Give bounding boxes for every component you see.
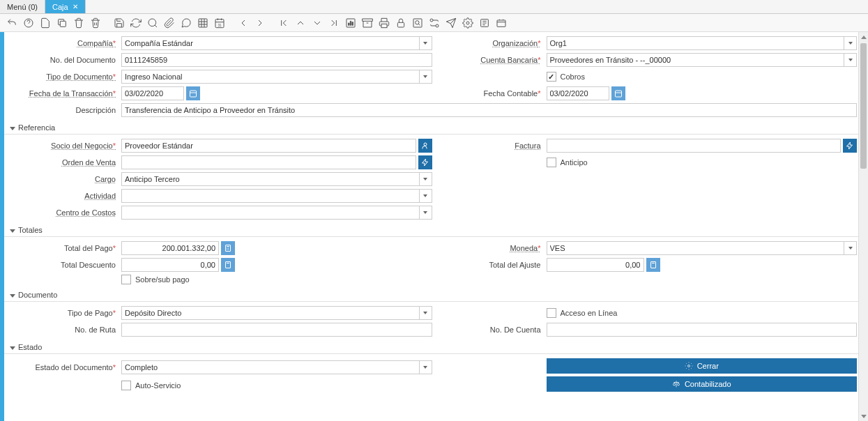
label-anticipo: Anticipo <box>561 158 588 167</box>
scroll-thumb[interactable] <box>860 43 867 169</box>
help-icon[interactable] <box>21 15 36 31</box>
input-cargo[interactable] <box>121 172 420 186</box>
lookup-socio-negocio[interactable] <box>418 139 432 153</box>
dropdown-tipo-pago[interactable] <box>420 306 432 320</box>
scroll-up-icon[interactable] <box>859 32 868 42</box>
lookup-factura[interactable] <box>843 139 857 153</box>
label-organizacion: Organización* <box>438 39 547 47</box>
copy-icon[interactable] <box>54 15 70 31</box>
checkbox-cobros[interactable] <box>547 72 556 82</box>
label-cuenta-bancaria: Cuenta Bancaria* <box>438 56 547 64</box>
label-factura: Factura <box>438 141 547 150</box>
dropdown-compania[interactable] <box>420 36 432 50</box>
scrollbar[interactable] <box>858 32 868 421</box>
input-total-pago[interactable] <box>121 241 219 255</box>
save-icon[interactable] <box>112 15 127 31</box>
label-no-cuenta: No. De Cuenta <box>438 326 547 334</box>
input-descripcion[interactable] <box>121 103 857 117</box>
input-no-ruta[interactable] <box>121 323 432 337</box>
section-documento[interactable]: Documento <box>4 289 865 302</box>
button-contabilizado[interactable]: Contabilizado <box>547 376 858 392</box>
label-no-documento: No. del Documento <box>13 56 121 64</box>
calc-total-descuento[interactable] <box>221 258 235 272</box>
first-icon[interactable] <box>276 15 291 31</box>
undo-icon[interactable] <box>4 15 20 31</box>
lookup-orden-venta[interactable] <box>418 155 432 169</box>
svg-point-11 <box>430 19 433 22</box>
delete-2-icon[interactable] <box>88 15 103 31</box>
label-no-ruta: No. de Ruta <box>13 326 121 334</box>
next-icon[interactable] <box>252 15 268 31</box>
svg-rect-20 <box>226 262 231 268</box>
chat-icon[interactable] <box>178 15 194 31</box>
down-icon[interactable] <box>310 15 325 31</box>
input-cuenta-bancaria[interactable] <box>547 53 845 67</box>
checkbox-auto-servicio[interactable] <box>121 381 131 390</box>
scroll-down-icon[interactable] <box>859 411 868 421</box>
button-cerrar[interactable]: Cerrar <box>547 358 858 374</box>
checkbox-anticipo[interactable] <box>547 158 556 167</box>
delete-icon[interactable] <box>71 15 86 31</box>
prev-icon[interactable] <box>236 15 251 31</box>
input-fecha-transaccion[interactable] <box>121 86 184 100</box>
dropdown-centro-costos[interactable] <box>420 206 432 220</box>
input-socio-negocio[interactable] <box>121 139 416 153</box>
dropdown-moneda[interactable] <box>844 241 857 255</box>
calendar-icon[interactable]: 31 <box>212 15 227 31</box>
calc-total-pago[interactable] <box>221 241 235 255</box>
checkbox-sobre-sub[interactable] <box>121 275 131 284</box>
last-icon[interactable] <box>326 15 342 31</box>
report-icon[interactable] <box>343 15 358 31</box>
archive-icon[interactable] <box>360 15 375 31</box>
input-no-documento[interactable] <box>121 53 432 67</box>
calendar-btn-contable[interactable] <box>611 86 625 100</box>
label-cargo: Cargo <box>13 175 121 183</box>
calendar-btn-transaccion[interactable] <box>186 86 200 100</box>
section-referencia[interactable]: Referencia <box>4 121 865 135</box>
process-icon[interactable] <box>427 15 442 31</box>
tab-menu[interactable]: Menú (0) <box>0 0 45 13</box>
input-organizacion[interactable] <box>547 36 845 50</box>
settings-icon[interactable] <box>460 15 475 31</box>
checkbox-acceso-linea[interactable] <box>547 308 556 318</box>
tab-caja[interactable]: Caja ✕ <box>45 0 86 13</box>
input-moneda[interactable] <box>547 241 845 255</box>
up-icon[interactable] <box>293 15 308 31</box>
input-tipo-pago[interactable] <box>121 306 420 320</box>
section-estado[interactable]: Estado <box>4 341 865 354</box>
dropdown-estado-doc[interactable] <box>420 360 432 374</box>
input-estado-doc[interactable] <box>121 360 420 374</box>
print-icon[interactable] <box>376 15 392 31</box>
new-icon[interactable] <box>38 15 53 31</box>
send-icon[interactable] <box>443 15 459 31</box>
info-icon[interactable] <box>477 15 492 31</box>
dropdown-actividad[interactable] <box>420 189 432 203</box>
input-tipo-documento[interactable] <box>121 70 420 84</box>
input-no-cuenta[interactable] <box>547 323 858 337</box>
input-actividad[interactable] <box>121 189 420 203</box>
svg-rect-7 <box>381 24 387 27</box>
svg-rect-3 <box>199 19 207 27</box>
attachment-icon[interactable] <box>162 15 177 31</box>
input-total-descuento[interactable] <box>121 258 219 272</box>
input-total-ajuste[interactable] <box>547 258 644 272</box>
input-fecha-contable[interactable] <box>547 86 609 100</box>
input-factura[interactable] <box>547 139 842 153</box>
section-totales[interactable]: Totales <box>4 224 865 237</box>
label-estado-doc: Estado del Documento* <box>13 363 121 372</box>
input-compania[interactable] <box>121 36 420 50</box>
product-icon[interactable] <box>494 15 509 31</box>
grid-icon[interactable] <box>195 15 211 31</box>
dropdown-cuenta-bancaria[interactable] <box>844 53 857 67</box>
refresh-icon[interactable] <box>128 15 144 31</box>
dropdown-organizacion[interactable] <box>844 36 857 50</box>
close-icon[interactable]: ✕ <box>73 3 78 10</box>
dropdown-tipo-documento[interactable] <box>420 70 432 84</box>
calc-total-ajuste[interactable] <box>646 258 660 272</box>
zoom-icon[interactable] <box>410 15 425 31</box>
input-orden-venta[interactable] <box>121 155 416 169</box>
search-icon[interactable] <box>145 15 160 31</box>
lock-icon[interactable] <box>393 15 409 31</box>
input-centro-costos[interactable] <box>121 206 420 220</box>
dropdown-cargo[interactable] <box>420 172 432 186</box>
